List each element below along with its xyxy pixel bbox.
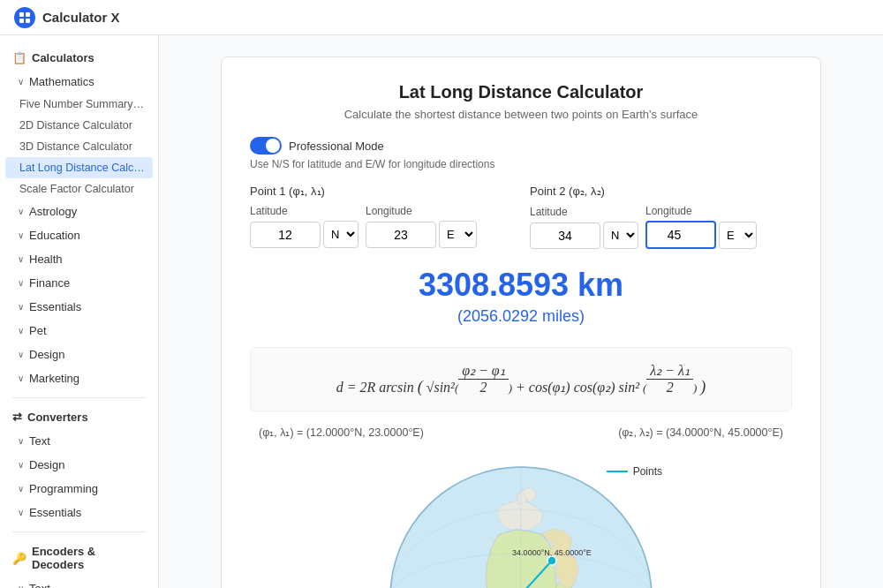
astrology-label: Astrology — [29, 205, 77, 218]
sidebar-item-3d-distance[interactable]: 3D Distance Calculator — [0, 136, 158, 157]
app-name: Calculator X — [42, 10, 120, 25]
svg-rect-0 — [19, 12, 24, 17]
sidebar-item-five-number[interactable]: Five Number Summary Calculator — [0, 94, 158, 115]
point1-lon-label: Longitude — [366, 205, 477, 217]
sidebar-section-encoders: 🔑 Encoders & Decoders ∨ Text — [0, 539, 158, 588]
divider-2 — [12, 531, 146, 532]
sidebar-pet-header[interactable]: ∨ Pet — [0, 319, 158, 343]
health-label: Health — [29, 253, 63, 266]
point1-lat-label: Latitude — [250, 205, 358, 217]
legend-label: Points — [633, 465, 662, 478]
point2-group: Point 2 (φ₂, λ₂) Latitude NS — [530, 185, 792, 249]
sidebar-item-lat-long[interactable]: Lat Long Distance Calculator — [5, 157, 153, 178]
coord1-display: (φ₁, λ₁) = (12.0000°N, 23.0000°E) — [259, 426, 424, 439]
svg-rect-3 — [26, 19, 30, 23]
chevron-icon-3: ∨ — [18, 254, 24, 264]
sidebar-mathematics-header[interactable]: ∨ Mathematics — [0, 70, 158, 94]
sidebar-enc-text-header[interactable]: ∨ Text — [0, 577, 158, 588]
point1-fields: Latitude NS Longitude — [250, 205, 512, 248]
sidebar-item-2d-distance[interactable]: 2D Distance Calculator — [0, 115, 158, 136]
globe-container: Points — [380, 456, 662, 588]
professional-mode-label: Professional Mode — [289, 139, 384, 153]
svg-rect-1 — [26, 12, 30, 17]
marketing-label: Marketing — [29, 372, 79, 385]
chevron-down-icon: ∨ — [18, 77, 24, 87]
point2-lat-label: Latitude — [530, 206, 638, 218]
calculator-title: Lat Long Distance Calculator — [250, 82, 792, 102]
professional-mode-row: Professional Mode — [250, 137, 792, 155]
sidebar-mathematics: ∨ Mathematics Five Number Summary Calcul… — [0, 70, 158, 200]
point2-lat-pair: Latitude NS — [530, 206, 638, 249]
result-km: 3308.8593 km — [250, 267, 792, 304]
conv-essentials-label: Essentials — [29, 506, 81, 519]
design-label: Design — [29, 348, 64, 361]
sidebar-item-scale-factor[interactable]: Scale Factor Calculator — [0, 178, 158, 200]
point2-longitude-input[interactable] — [645, 221, 716, 249]
coord2-display: (φ₂, λ₂) = (34.0000°N, 45.0000°E) — [618, 426, 783, 439]
point2-lat-direction[interactable]: NS — [603, 222, 638, 249]
point2-lon-direction[interactable]: EW — [719, 222, 757, 249]
sidebar-section-converters: ⇄ Converters ∨ Text ∨ Design ∨ Programmi… — [0, 405, 158, 524]
sidebar-conv-programming-header[interactable]: ∨ Programming — [0, 477, 158, 501]
sidebar-essentials-header[interactable]: ∨ Essentials — [0, 295, 158, 319]
points-row: Point 1 (φ₁, λ₁) Latitude NS — [250, 185, 792, 249]
chevron-icon-9: ∨ — [18, 436, 24, 446]
conv-programming-label: Programming — [29, 482, 98, 495]
conv-text-label: Text — [29, 434, 50, 448]
logo-icon — [14, 7, 35, 28]
chevron-icon-10: ∨ — [18, 460, 24, 470]
education-label: Education — [29, 229, 80, 242]
calculator-card: Lat Long Distance Calculator Calculate t… — [221, 57, 821, 588]
main-content: Lat Long Distance Calculator Calculate t… — [159, 35, 883, 588]
legend-line — [607, 471, 628, 472]
calculators-label: Calculators — [32, 51, 94, 64]
map-legend: Points — [607, 465, 662, 478]
encoders-icon: 🔑 — [12, 552, 26, 565]
divider-1 — [12, 397, 146, 398]
mathematics-label: Mathematics — [29, 75, 94, 88]
professional-mode-toggle[interactable] — [250, 137, 282, 155]
converters-label: Converters — [27, 411, 88, 424]
converters-icon: ⇄ — [12, 411, 22, 424]
point1-latitude-input[interactable] — [250, 222, 321, 248]
calculator-subtitle: Calculate the shortest distance between … — [250, 108, 792, 121]
chevron-icon-7: ∨ — [18, 350, 24, 359]
sidebar-marketing-header[interactable]: ∨ Marketing — [0, 366, 158, 390]
point1-lat-direction[interactable]: NS — [323, 221, 358, 248]
app-logo[interactable]: Calculator X — [14, 7, 120, 28]
svg-rect-2 — [19, 19, 24, 23]
professional-mode-hint: Use N/S for latitude and E/W for longitu… — [250, 158, 792, 170]
point1-longitude-input[interactable] — [366, 222, 436, 248]
sidebar-health-header[interactable]: ∨ Health — [0, 247, 158, 271]
sidebar-encoders-header[interactable]: 🔑 Encoders & Decoders — [0, 539, 158, 577]
point2-latitude-input[interactable] — [530, 222, 600, 249]
point1-lon-pair: Longitude EW — [366, 205, 477, 248]
sidebar-education-header[interactable]: ∨ Education — [0, 223, 158, 247]
point2-lon-label: Longitude — [645, 205, 757, 217]
chevron-icon-12: ∨ — [18, 508, 24, 517]
chevron-icon-2: ∨ — [18, 230, 24, 240]
chevron-icon-11: ∨ — [18, 484, 24, 494]
encoders-label: Encoders & Decoders — [32, 545, 146, 571]
sidebar-conv-text-header[interactable]: ∨ Text — [0, 429, 158, 453]
sidebar-astrology-header[interactable]: ∨ Astrology — [0, 200, 158, 223]
chevron-icon-13: ∨ — [18, 584, 24, 588]
sidebar-finance-header[interactable]: ∨ Finance — [0, 271, 158, 295]
chevron-icon-5: ∨ — [18, 302, 24, 312]
chevron-icon-6: ∨ — [18, 326, 24, 335]
sidebar-conv-design-header[interactable]: ∨ Design — [0, 453, 158, 477]
point1-title: Point 1 (φ₁, λ₁) — [250, 185, 512, 198]
sidebar-conv-essentials-header[interactable]: ∨ Essentials — [0, 501, 158, 524]
enc-text-label: Text — [29, 582, 50, 588]
sidebar-section-calculators: 📋 Calculators ∨ Mathematics Five Number … — [0, 46, 158, 390]
sidebar-calculators-header[interactable]: 📋 Calculators — [0, 46, 158, 70]
sidebar-design-header[interactable]: ∨ Design — [0, 343, 158, 366]
coords-display: (φ₁, λ₁) = (12.0000°N, 23.0000°E) (φ₂, λ… — [250, 426, 792, 439]
result-miles: (2056.0292 miles) — [250, 307, 792, 326]
finance-label: Finance — [29, 276, 70, 290]
chevron-icon-8: ∨ — [18, 373, 24, 383]
calculators-icon: 📋 — [12, 51, 26, 64]
point1-lat-pair: Latitude NS — [250, 205, 358, 248]
sidebar-converters-header[interactable]: ⇄ Converters — [0, 405, 158, 429]
point1-lon-direction[interactable]: EW — [439, 221, 477, 248]
